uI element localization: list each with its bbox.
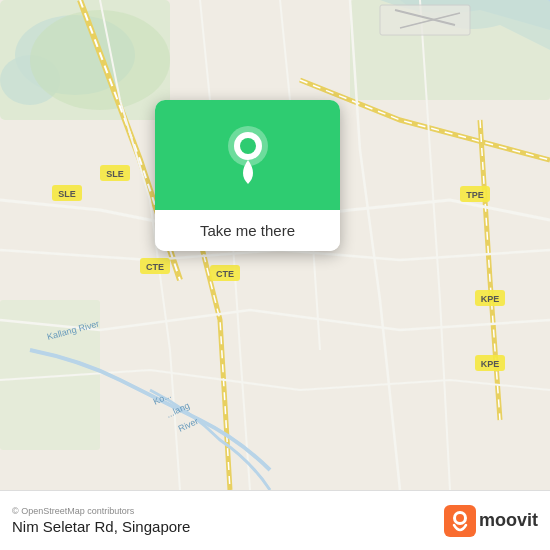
- svg-text:CTE: CTE: [216, 269, 234, 279]
- moovit-label: moovit: [479, 510, 538, 531]
- moovit-icon: [444, 505, 476, 537]
- take-me-there-button[interactable]: Take me there: [155, 210, 340, 251]
- popup-tail: [238, 250, 258, 251]
- osm-attribution: © OpenStreetMap contributors: [12, 506, 190, 516]
- svg-text:KPE: KPE: [481, 294, 500, 304]
- popup-green-header: [155, 100, 340, 210]
- svg-text:CTE: CTE: [146, 262, 164, 272]
- location-info: © OpenStreetMap contributors Nim Seletar…: [12, 506, 190, 535]
- location-popup: Take me there: [155, 100, 340, 251]
- svg-point-30: [240, 138, 256, 154]
- svg-rect-25: [380, 5, 470, 35]
- bottom-bar: © OpenStreetMap contributors Nim Seletar…: [0, 490, 550, 550]
- map-view[interactable]: SLE SLE CTE CTE TPE KPE KPE Kallang Rive…: [0, 0, 550, 490]
- svg-text:KPE: KPE: [481, 359, 500, 369]
- location-name: Nim Seletar Rd, Singapore: [12, 518, 190, 535]
- svg-point-33: [456, 514, 464, 522]
- moovit-logo: moovit: [444, 505, 538, 537]
- location-pin-icon: [223, 124, 273, 186]
- svg-text:TPE: TPE: [466, 190, 484, 200]
- svg-text:SLE: SLE: [106, 169, 124, 179]
- svg-text:SLE: SLE: [58, 189, 76, 199]
